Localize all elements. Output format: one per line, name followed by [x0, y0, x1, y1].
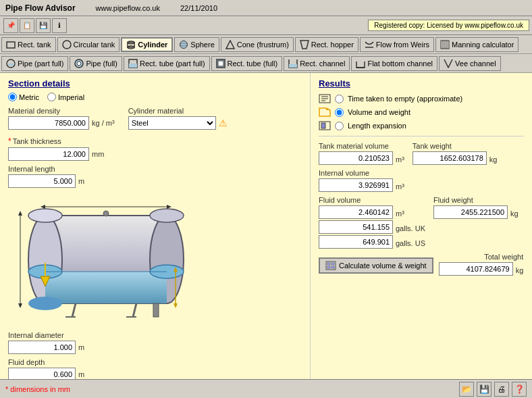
right-panel: Results Time taken to empty (approximate…	[311, 73, 532, 398]
dimension-fields: Internal length m	[8, 165, 204, 385]
svg-rect-0	[7, 42, 15, 48]
fluid-weight-unit: kg	[510, 209, 518, 218]
nav-rect-channel[interactable]: Rect. channel	[284, 56, 350, 71]
svg-point-1	[63, 41, 71, 49]
fluid-volume-unit-1: m³	[396, 209, 404, 218]
nav-flat-channel[interactable]: Flat bottom channel	[351, 56, 437, 71]
rect-tube-full-icon	[216, 59, 225, 68]
imperial-radio-label[interactable]: Imperial	[47, 93, 84, 101]
app-title: Pipe Flow Advisor	[5, 3, 76, 13]
fluid-volume-input-3[interactable]	[319, 235, 393, 249]
nav-cylinder[interactable]: Cylinder	[121, 37, 173, 52]
nav-rect-hopper[interactable]: Rect. hopper	[295, 37, 358, 52]
nav-cone[interactable]: Cone (frustrum)	[221, 37, 294, 52]
total-weight-label: Total weight	[484, 253, 523, 261]
circular-tank-icon	[62, 40, 72, 49]
toolbar-btn-info[interactable]: ℹ	[52, 18, 67, 33]
svg-marker-44	[18, 211, 22, 216]
nav-sphere[interactable]: Sphere	[174, 37, 219, 52]
cylinder-material-field: Cylinder material Steel Aluminium Copper…	[128, 107, 228, 130]
nav-flow-weirs[interactable]: Flow from Weirs	[360, 37, 434, 52]
internal-length-input[interactable]	[8, 174, 76, 188]
cylinder-material-select[interactable]: Steel Aluminium Copper Plastic	[128, 116, 216, 130]
tank-material-volume-label: Tank material volume	[319, 142, 404, 150]
divider-1	[319, 136, 524, 136]
result-option-volume: Volume and weight	[319, 107, 524, 117]
cylinder-material-input-row: Steel Aluminium Copper Plastic ⚠	[128, 116, 228, 130]
volume-icon	[319, 107, 331, 117]
svg-rect-39	[153, 303, 159, 317]
fluid-volume-unit-2: galls. UK	[396, 224, 425, 232]
svg-marker-8	[300, 41, 309, 49]
length-radio-label[interactable]: Length expansion	[348, 122, 406, 130]
internal-diameter-input-row: m	[8, 341, 204, 354]
internal-length-input-row: m	[8, 174, 204, 188]
cylinder-material-label: Cylinder material	[128, 107, 228, 115]
nav-rect-tank[interactable]: Rect. tank	[1, 37, 56, 52]
status-icon-3[interactable]: 🖨	[494, 382, 509, 397]
svg-point-28	[28, 297, 62, 310]
tank-thickness-label: *Tank thickness	[8, 136, 302, 146]
material-density-unit: kg / m³	[92, 119, 115, 127]
metric-radio[interactable]	[8, 93, 17, 101]
diagram-section: Internal length m	[8, 165, 302, 385]
fluid-volume-field: Fluid volume m³ galls. UK galls. US	[319, 196, 425, 249]
results-title: Results	[319, 78, 524, 89]
time-radio[interactable]	[335, 95, 344, 103]
cylinder-icon	[126, 40, 136, 49]
dimensions-note: * dimensions in mm	[5, 385, 70, 393]
pipe-full-icon	[74, 59, 84, 68]
time-radio-label[interactable]: Time taken to empty (approximate)	[348, 95, 462, 103]
nav-vee-channel[interactable]: Vee channel	[439, 56, 501, 71]
svg-rect-20	[218, 61, 223, 66]
titlebar: Pipe Flow Advisor www.pipeflow.co.uk 22/…	[0, 0, 532, 16]
total-weight-input[interactable]	[439, 262, 513, 276]
status-icon-4[interactable]: ❓	[512, 382, 527, 397]
volume-radio[interactable]	[335, 108, 344, 117]
internal-volume-row: Internal volume m³	[319, 169, 524, 192]
fluid-depth-field: Fluid depth m	[8, 358, 204, 381]
internal-volume-input[interactable]	[319, 178, 393, 192]
length-icon	[319, 121, 331, 130]
material-density-input[interactable]	[8, 116, 89, 130]
metric-radio-label[interactable]: Metric	[8, 93, 39, 101]
total-weight-field: Total weight kg	[439, 253, 524, 276]
internal-length-label: Internal length	[8, 165, 204, 173]
nav-pipe-part[interactable]: Pipe (part full)	[1, 56, 68, 71]
tank-weight-input[interactable]	[413, 151, 487, 165]
length-radio[interactable]	[335, 122, 344, 130]
manning-icon	[440, 40, 450, 49]
time-icon	[319, 94, 331, 103]
fluid-weight-input[interactable]	[433, 205, 508, 219]
status-icon-1[interactable]: 📂	[459, 382, 474, 397]
nav-circular-tank[interactable]: Circular tank	[57, 37, 120, 52]
nav-manning[interactable]: Manning calculator	[435, 37, 518, 52]
svg-rect-64	[331, 266, 334, 268]
cylinder-diagram	[8, 192, 204, 328]
nav-rect-tube-part[interactable]: Rect. tube (part full)	[124, 56, 210, 71]
fluid-volume-label: Fluid volume	[319, 196, 425, 204]
internal-diameter-input[interactable]	[8, 341, 76, 354]
svg-rect-63	[327, 266, 330, 268]
app-url: www.pipeflow.co.uk	[96, 4, 160, 12]
toolbar-btn-save[interactable]: 💾	[36, 18, 51, 33]
fluid-volume-row: Fluid volume m³ galls. UK galls. US Flui…	[319, 196, 524, 249]
internal-volume-unit: m³	[396, 182, 404, 191]
calculate-volume-weight-button[interactable]: Calculate volume & weight	[319, 257, 433, 274]
rect-tube-part-icon	[128, 59, 138, 68]
nav-pipe-full[interactable]: Pipe (full)	[70, 56, 122, 71]
status-icons: 📂 💾 🖨 ❓	[459, 382, 527, 397]
toolbar-btn-copy[interactable]: 📋	[20, 18, 34, 33]
tank-material-volume-input[interactable]	[319, 151, 393, 165]
result-option-time: Time taken to empty (approximate)	[319, 94, 524, 103]
fluid-volume-input-2[interactable]	[319, 220, 393, 234]
status-icon-2[interactable]: 💾	[477, 382, 491, 397]
imperial-radio[interactable]	[47, 93, 56, 101]
volume-radio-label[interactable]: Volume and weight	[348, 108, 410, 116]
tank-thickness-input[interactable]	[8, 147, 89, 161]
statusbar: * dimensions in mm 📂 💾 🖨 ❓	[0, 379, 532, 398]
nav-rect-tube-full[interactable]: Rect. tube (full)	[211, 56, 283, 71]
cylinder-svg	[8, 192, 204, 327]
toolbar-btn-pin[interactable]: 📌	[3, 18, 18, 33]
fluid-volume-input-1[interactable]	[319, 205, 393, 219]
